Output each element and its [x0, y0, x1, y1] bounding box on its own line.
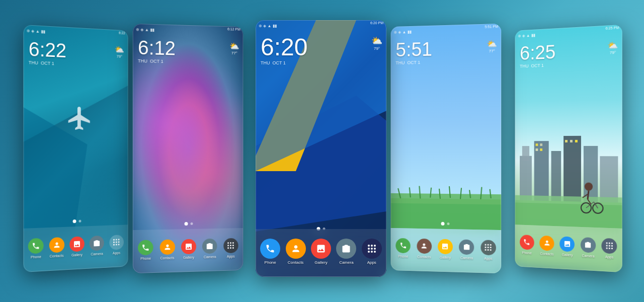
apps-label-5: Apps — [605, 255, 613, 259]
contacts-label-3: Contacts — [288, 260, 304, 265]
dock-phone-1[interactable]: Phone — [28, 238, 44, 259]
dock-contacts-1[interactable]: Contacts — [49, 237, 64, 258]
gallery-label-1: Gallery — [71, 253, 83, 257]
dock-apps-5[interactable]: Apps — [602, 238, 617, 259]
dock-phone-2[interactable]: Phone — [138, 240, 153, 260]
svg-rect-29 — [575, 140, 578, 142]
gallery-icon-3 — [311, 239, 331, 259]
phone-label-1: Phone — [31, 255, 41, 259]
phone-icon-5 — [520, 235, 534, 250]
camera-label-5: Camera — [582, 254, 594, 258]
gallery-label-2: Gallery — [183, 255, 194, 259]
gallery-icon-4 — [438, 239, 453, 254]
contacts-icon-2 — [159, 239, 175, 255]
gallery-icon-2 — [181, 239, 196, 254]
status-icons-1: ⊕ ◈ ▲ ▮▮ — [27, 28, 45, 34]
dock-phone-4[interactable]: Phone — [396, 238, 411, 258]
dock-1: Phone Contacts Gallery — [23, 224, 128, 272]
phone-label-3: Phone — [265, 260, 276, 265]
camera-icon-3 — [336, 239, 356, 259]
phone-1[interactable]: ⊕ ◈ ▲ ▮▮ 6:22 6:22 THU OCT 1 ⛅ 79° — [23, 25, 128, 272]
contacts-label-2: Contacts — [160, 256, 175, 260]
dock-camera-4[interactable]: Camera — [459, 239, 474, 260]
phone-2[interactable]: ⊕ ◈ ▲ ▮▮ 6:12 PM 6:12 THU OCT 1 ⛅ 77° — [133, 24, 244, 273]
phone-3-main[interactable]: ⊕ ◈ ▲ ▮▮ 6:20 PM 6:20 THU OCT 1 ⛅ 79° — [256, 20, 386, 277]
dock-contacts-5[interactable]: Contacts — [539, 235, 554, 256]
dock-phone-3[interactable]: Phone — [260, 239, 280, 265]
dock-camera-2[interactable]: Camera — [202, 238, 217, 258]
camera-label-4: Camera — [460, 256, 473, 260]
weather-3: ⛅ 79° — [371, 35, 382, 51]
page-dots-1 — [73, 219, 82, 223]
dock-2: Phone Contacts Gallery — [133, 228, 244, 273]
dock-gallery-3[interactable]: Gallery — [311, 239, 331, 265]
page-dots-2 — [185, 222, 193, 225]
gallery-label-5: Gallery — [562, 253, 573, 257]
phone-5[interactable]: ⊕ ◈ ▲ ▮▮ 6:25 PM 6:25 THU OCT 1 ⛅ 79° — [515, 25, 622, 272]
apps-icon-1 — [109, 235, 124, 250]
weather-1: ⛅ 79° — [115, 45, 124, 59]
dock-apps-3[interactable]: Apps — [362, 239, 382, 265]
svg-rect-28 — [570, 140, 573, 142]
dock-phone-5[interactable]: Phone — [520, 235, 534, 255]
dock-gallery-2[interactable]: Gallery — [181, 239, 196, 259]
contacts-icon-5 — [539, 235, 554, 251]
clock-4: 5:51 THU OCT 1 — [395, 40, 432, 65]
phone-icon-1 — [28, 238, 44, 254]
phone-icon-3 — [260, 239, 280, 259]
dock-gallery-4[interactable]: Gallery — [438, 239, 453, 259]
svg-rect-19 — [551, 151, 561, 201]
apps-label-3: Apps — [367, 260, 376, 265]
clock-3: 6:20 THU OCT 1 — [261, 35, 307, 65]
dock-camera-1[interactable]: Camera — [90, 235, 104, 256]
apps-icon-2 — [223, 238, 238, 253]
phone-4[interactable]: ⊕ ◈ ▲ ▮▮ 5:51 PM 5:51 THU OCT 1 ⛅ 77° — [391, 24, 502, 273]
city-svg-5 — [515, 115, 622, 229]
apps-icon-4 — [480, 240, 496, 255]
dock-contacts-2[interactable]: Contacts — [159, 239, 175, 260]
svg-rect-20 — [564, 136, 581, 202]
dock-apps-1[interactable]: Apps — [109, 235, 124, 255]
contacts-icon-1 — [49, 237, 64, 253]
camera-icon-2 — [202, 238, 217, 254]
apps-icon-3 — [362, 239, 382, 259]
dock-3: Phone Contacts Gallery — [256, 229, 386, 277]
apps-label-2: Apps — [227, 254, 235, 258]
svg-line-33 — [588, 191, 589, 199]
contacts-label-5: Contacts — [540, 252, 553, 256]
camera-icon-4 — [459, 239, 474, 255]
dock-contacts-3[interactable]: Contacts — [286, 239, 306, 265]
apps-icon-5 — [602, 238, 617, 254]
contacts-icon-3 — [286, 239, 306, 259]
apps-label-1: Apps — [113, 251, 120, 255]
phone-label-5: Phone — [522, 251, 531, 255]
gallery-label-4: Gallery — [440, 255, 451, 259]
dock-5: Phone Contacts Gallery — [515, 224, 622, 272]
dock-camera-3[interactable]: Camera — [336, 239, 356, 265]
svg-rect-21 — [584, 146, 598, 202]
status-bar-3: ⊕ ◈ ▲ ▮▮ 6:20 PM — [256, 20, 386, 31]
svg-rect-23 — [536, 143, 538, 146]
clock-5: 6:25 THU OCT 1 — [520, 42, 555, 68]
clock-2: 6:12 THU OCT 1 — [138, 38, 176, 64]
page-dots-4 — [441, 222, 450, 225]
dock-apps-4[interactable]: Apps — [480, 240, 496, 260]
camera-label-2: Camera — [204, 255, 216, 259]
airplane-icon-1 — [66, 104, 93, 134]
phones-showcase: ⊕ ◈ ▲ ▮▮ 6:22 6:22 THU OCT 1 ⛅ 79° — [0, 0, 644, 302]
weather-2: ⛅ 77° — [229, 41, 239, 55]
svg-rect-27 — [565, 140, 568, 142]
svg-rect-25 — [536, 148, 538, 151]
dock-camera-5[interactable]: Camera — [581, 237, 596, 258]
gallery-icon-5 — [560, 236, 575, 252]
dock-contacts-4[interactable]: Contacts — [417, 238, 432, 258]
svg-rect-22 — [600, 156, 618, 202]
gallery-label-3: Gallery — [314, 260, 327, 265]
dock-4: Phone Contacts Gallery — [391, 228, 502, 273]
svg-rect-17 — [522, 146, 529, 161]
phone-icon-4 — [396, 238, 411, 253]
dock-apps-2[interactable]: Apps — [223, 238, 238, 258]
phone-icon-2 — [138, 240, 153, 255]
dock-gallery-5[interactable]: Gallery — [560, 236, 575, 257]
dock-gallery-1[interactable]: Gallery — [69, 236, 85, 257]
